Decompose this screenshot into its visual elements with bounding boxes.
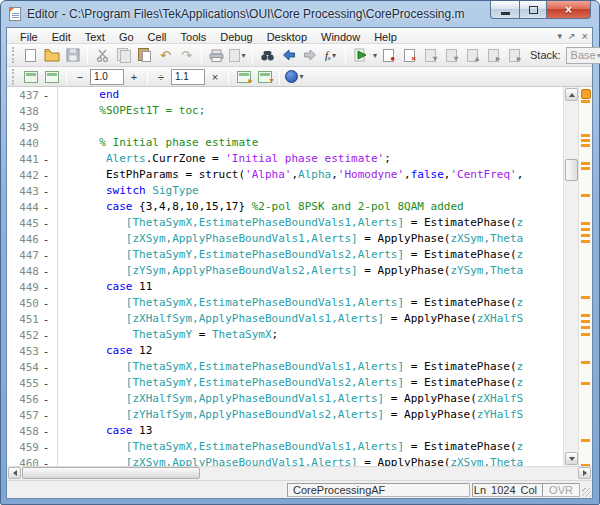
publish-button[interactable]: ▾ — [228, 46, 247, 65]
breakpoint-margin[interactable]: - — [39, 265, 53, 278]
code-line[interactable]: 450- [ThetaSymX,EstimatePhaseBoundVals1,… — [7, 295, 559, 311]
new-file-button[interactable] — [21, 46, 40, 65]
scroll-up-button[interactable] — [565, 88, 578, 101]
code-line[interactable]: 445- [ThetaSymX,EstimatePhaseBoundVals1,… — [7, 215, 559, 231]
exit-debug-button[interactable]: ▸ — [505, 46, 524, 65]
warning-marker[interactable] — [581, 326, 590, 329]
breakpoint-margin[interactable]: - — [39, 345, 53, 358]
code-line[interactable]: 442- EstPhParams = struct('Alpha',Alpha,… — [7, 167, 559, 183]
breakpoint-margin[interactable]: - — [39, 249, 53, 262]
breakpoint-margin[interactable]: - — [39, 201, 53, 214]
warning-marker[interactable] — [581, 222, 590, 225]
multiply-value-button[interactable]: × — [207, 69, 223, 85]
menu-item-tools[interactable]: Tools — [174, 31, 214, 43]
code-line[interactable]: 446- [zXSym,ApplyPhaseBoundVals1,Alerts]… — [7, 231, 559, 247]
go-back-button[interactable] — [279, 46, 298, 65]
cut-button[interactable] — [93, 46, 112, 65]
code-analyzer-indicator[interactable] — [581, 89, 591, 99]
code-line[interactable]: 443- switch SigType — [7, 183, 559, 199]
breakpoint-margin[interactable]: - — [39, 233, 53, 246]
code-line[interactable]: 440 % Initial phase estimate — [7, 135, 559, 151]
code-line[interactable]: 453- case 12 — [7, 343, 559, 359]
menu-overflow-icon[interactable]: ▾ — [557, 31, 562, 41]
undock-icon[interactable]: ↗ — [568, 31, 576, 41]
save-button[interactable] — [63, 46, 82, 65]
menu-item-debug[interactable]: Debug — [213, 31, 259, 43]
menu-item-edit[interactable]: Edit — [45, 31, 78, 43]
warning-marker[interactable] — [581, 228, 590, 231]
breakpoint-margin[interactable]: - — [39, 361, 53, 374]
breakpoint-margin[interactable]: - — [39, 425, 53, 438]
breakpoint-margin[interactable]: - — [39, 313, 53, 326]
overwrite-mode-indicator[interactable]: OVR — [542, 483, 580, 497]
clear-breakpoints-button[interactable]: × — [400, 46, 419, 65]
code-line[interactable]: 441- Alerts.CurrZone = 'Initial phase es… — [7, 151, 559, 167]
code-line[interactable]: 451- [zXHalfSym,ApplyPhaseBoundVals1,Ale… — [7, 311, 559, 327]
stack-combobox[interactable]: Base ▾ — [566, 47, 600, 64]
find-button[interactable] — [258, 46, 277, 65]
code-line[interactable]: 437- end — [7, 87, 559, 103]
menu-item-go[interactable]: Go — [112, 31, 141, 43]
warning-marker[interactable] — [581, 382, 590, 385]
title-bar[interactable]: Editor - C:\Program Files\TekApplication… — [1, 1, 599, 27]
code-line[interactable]: 447- [ThetaSymY,EstimatePhaseBoundVals2,… — [7, 247, 559, 263]
menu-item-help[interactable]: Help — [367, 31, 404, 43]
code-line[interactable]: 455- [ThetaSymY,EstimatePhaseBoundVals2,… — [7, 375, 559, 391]
warning-marker[interactable] — [581, 162, 590, 165]
warning-marker[interactable] — [581, 139, 590, 142]
breakpoint-margin[interactable]: - — [39, 281, 53, 294]
breakpoint-margin[interactable]: - — [39, 377, 53, 390]
code-line[interactable]: 444- case {3,4,8,10,15,17} %2-pol 8PSK a… — [7, 199, 559, 215]
run-button[interactable] — [351, 46, 370, 65]
divide-value-button[interactable]: ÷ — [153, 69, 169, 85]
toolbar-grip[interactable] — [12, 47, 16, 63]
warning-marker[interactable] — [581, 100, 590, 103]
evaluate-cell-advance-button[interactable]: ▾ — [255, 67, 274, 86]
code-area[interactable]: 437- end438 %SOPEst1T = toc;439440 % Ini… — [7, 87, 559, 466]
breakpoint-margin[interactable]: - — [39, 185, 53, 198]
close-button[interactable]: × — [546, 1, 591, 19]
warning-marker[interactable] — [581, 333, 590, 336]
minimize-button[interactable] — [490, 1, 519, 19]
warning-marker[interactable] — [581, 314, 590, 317]
breakpoint-margin[interactable]: - — [39, 441, 53, 454]
vertical-scroll-thumb[interactable] — [565, 159, 578, 181]
function-browser-button[interactable]: fₓ▾ — [321, 46, 340, 65]
paste-button[interactable] — [135, 46, 154, 65]
warning-marker[interactable] — [581, 439, 590, 442]
warning-marker[interactable] — [581, 167, 590, 170]
menu-item-text[interactable]: Text — [78, 31, 112, 43]
warning-marker[interactable] — [581, 361, 590, 364]
warning-marker[interactable] — [581, 296, 590, 299]
continue-button[interactable]: ▸ — [484, 46, 503, 65]
run-dropdown-icon[interactable]: ▾ — [373, 51, 377, 60]
warning-marker[interactable] — [581, 194, 590, 197]
code-line[interactable]: 438 %SOPEst1T = toc; — [7, 103, 559, 119]
breakpoint-margin[interactable]: - — [39, 89, 53, 102]
warning-marker[interactable] — [581, 234, 590, 237]
step-button[interactable]: ▾ — [421, 46, 440, 65]
menu-item-desktop[interactable]: Desktop — [260, 31, 314, 43]
insert-cell-button[interactable] — [21, 67, 40, 86]
code-line[interactable]: 439 — [7, 119, 559, 135]
current-function-indicator[interactable]: CoreProcessingAF — [287, 483, 470, 497]
horizontal-scrollbar[interactable] — [7, 466, 592, 480]
code-line[interactable]: 449- case 11 — [7, 279, 559, 295]
multiply-step-input[interactable] — [171, 69, 205, 85]
close-document-icon[interactable]: × — [582, 30, 588, 42]
code-line[interactable]: 457- [zYHalfSym,ApplyPhaseBoundVals2,Ale… — [7, 407, 559, 423]
resize-grip-icon[interactable] — [582, 488, 591, 497]
step-in-button[interactable]: ▾ — [442, 46, 461, 65]
scroll-left-button[interactable] — [8, 467, 21, 479]
breakpoint-margin[interactable]: - — [39, 153, 53, 166]
code-line[interactable]: 456- [zXHalfSym,ApplyPhaseBoundVals1,Ale… — [7, 391, 559, 407]
warning-marker[interactable] — [581, 240, 590, 243]
menu-item-file[interactable]: File — [13, 31, 45, 43]
maximize-button[interactable] — [519, 1, 546, 19]
code-line[interactable]: 459- [ThetaSymX,EstimatePhaseBoundVals1,… — [7, 439, 559, 455]
evaluate-cell-button[interactable]: ▸ — [234, 67, 253, 86]
vertical-scrollbar[interactable] — [563, 87, 578, 466]
decrement-value-button[interactable]: − — [72, 69, 88, 85]
step-out-button[interactable]: ▴ — [463, 46, 482, 65]
horizontal-scroll-thumb[interactable] — [22, 467, 200, 479]
